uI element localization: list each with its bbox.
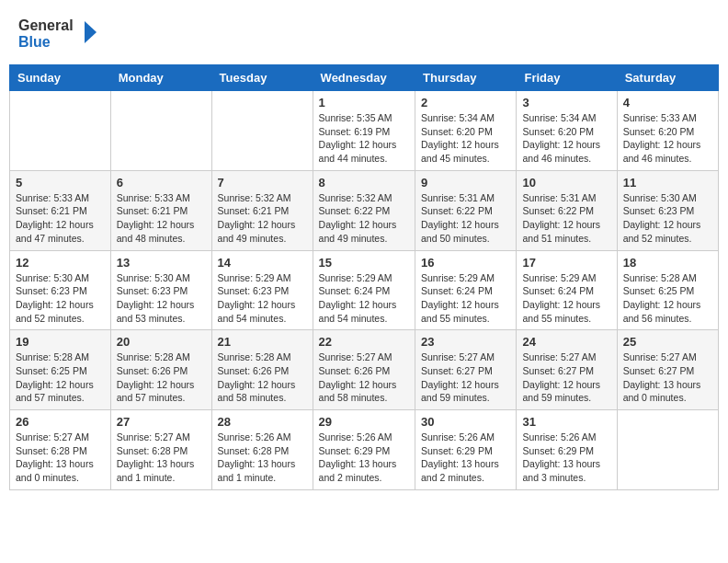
calendar-cell: 25Sunrise: 5:27 AMSunset: 6:27 PMDayligh… [617, 330, 718, 410]
weekday-header-thursday: Thursday [415, 65, 517, 91]
calendar-cell: 23Sunrise: 5:27 AMSunset: 6:27 PMDayligh… [415, 330, 517, 410]
day-number: 31 [522, 415, 610, 429]
day-number: 13 [117, 256, 206, 270]
day-number: 27 [117, 415, 206, 429]
day-number: 18 [623, 256, 712, 270]
day-number: 1 [319, 96, 409, 109]
day-number: 23 [421, 335, 510, 349]
day-number: 11 [623, 176, 712, 190]
day-number: 19 [16, 335, 105, 349]
day-info: Sunrise: 5:30 AMSunset: 6:23 PMDaylight:… [623, 191, 712, 246]
weekday-header-sunday: Sunday [10, 65, 111, 91]
day-number: 8 [319, 176, 409, 190]
logo-svg: GeneralBlue [18, 14, 101, 51]
svg-marker-2 [85, 21, 97, 43]
calendar-cell: 15Sunrise: 5:29 AMSunset: 6:24 PMDayligh… [313, 250, 415, 330]
calendar-cell: 28Sunrise: 5:26 AMSunset: 6:28 PMDayligh… [211, 410, 313, 490]
day-info: Sunrise: 5:31 AMSunset: 6:22 PMDaylight:… [421, 191, 510, 246]
calendar-table: SundayMondayTuesdayWednesdayThursdayFrid… [9, 64, 719, 490]
calendar-cell: 22Sunrise: 5:27 AMSunset: 6:26 PMDayligh… [313, 330, 415, 410]
day-info: Sunrise: 5:32 AMSunset: 6:22 PMDaylight:… [319, 191, 409, 246]
weekday-header-monday: Monday [110, 65, 211, 91]
calendar-cell [211, 91, 313, 171]
day-number: 6 [117, 176, 206, 190]
day-info: Sunrise: 5:33 AMSunset: 6:21 PMDaylight:… [117, 191, 206, 246]
weekday-header-friday: Friday [517, 65, 617, 91]
day-number: 9 [421, 176, 510, 190]
calendar-cell: 17Sunrise: 5:29 AMSunset: 6:24 PMDayligh… [517, 250, 617, 330]
weekday-header-row: SundayMondayTuesdayWednesdayThursdayFrid… [10, 65, 719, 91]
day-info: Sunrise: 5:33 AMSunset: 6:20 PMDaylight:… [623, 111, 712, 166]
day-number: 20 [117, 335, 206, 349]
day-number: 4 [623, 96, 712, 109]
day-info: Sunrise: 5:34 AMSunset: 6:20 PMDaylight:… [522, 111, 610, 166]
day-info: Sunrise: 5:26 AMSunset: 6:29 PMDaylight:… [421, 431, 510, 485]
day-number: 10 [522, 176, 610, 190]
day-info: Sunrise: 5:28 AMSunset: 6:25 PMDaylight:… [16, 350, 105, 405]
day-info: Sunrise: 5:32 AMSunset: 6:21 PMDaylight:… [218, 191, 307, 246]
calendar-cell: 18Sunrise: 5:28 AMSunset: 6:25 PMDayligh… [617, 250, 718, 330]
calendar-cell [617, 410, 718, 490]
page-header: GeneralBlue [9, 9, 719, 55]
calendar-week-row: 12Sunrise: 5:30 AMSunset: 6:23 PMDayligh… [10, 250, 719, 330]
weekday-header-wednesday: Wednesday [313, 65, 415, 91]
day-info: Sunrise: 5:30 AMSunset: 6:23 PMDaylight:… [117, 271, 206, 326]
calendar-cell: 10Sunrise: 5:31 AMSunset: 6:22 PMDayligh… [517, 170, 617, 250]
day-number: 12 [16, 256, 105, 270]
day-info: Sunrise: 5:26 AMSunset: 6:29 PMDaylight:… [522, 431, 610, 485]
calendar-cell: 27Sunrise: 5:27 AMSunset: 6:28 PMDayligh… [110, 410, 211, 490]
day-info: Sunrise: 5:27 AMSunset: 6:27 PMDaylight:… [623, 350, 712, 405]
day-number: 16 [421, 256, 510, 270]
day-info: Sunrise: 5:27 AMSunset: 6:27 PMDaylight:… [522, 350, 610, 405]
weekday-header-tuesday: Tuesday [211, 65, 313, 91]
calendar-cell: 16Sunrise: 5:29 AMSunset: 6:24 PMDayligh… [415, 250, 517, 330]
day-number: 24 [522, 335, 610, 349]
day-number: 14 [218, 256, 307, 270]
calendar-cell: 12Sunrise: 5:30 AMSunset: 6:23 PMDayligh… [10, 250, 111, 330]
calendar-week-row: 5Sunrise: 5:33 AMSunset: 6:21 PMDaylight… [10, 170, 719, 250]
calendar-cell: 24Sunrise: 5:27 AMSunset: 6:27 PMDayligh… [517, 330, 617, 410]
day-info: Sunrise: 5:29 AMSunset: 6:24 PMDaylight:… [421, 271, 510, 326]
calendar-cell: 31Sunrise: 5:26 AMSunset: 6:29 PMDayligh… [517, 410, 617, 490]
day-info: Sunrise: 5:28 AMSunset: 6:26 PMDaylight:… [117, 350, 206, 405]
day-info: Sunrise: 5:27 AMSunset: 6:28 PMDaylight:… [16, 431, 105, 485]
day-number: 5 [16, 176, 105, 190]
day-info: Sunrise: 5:29 AMSunset: 6:23 PMDaylight:… [218, 271, 307, 326]
calendar-cell: 30Sunrise: 5:26 AMSunset: 6:29 PMDayligh… [415, 410, 517, 490]
day-info: Sunrise: 5:26 AMSunset: 6:29 PMDaylight:… [319, 431, 409, 485]
calendar-cell: 1Sunrise: 5:35 AMSunset: 6:19 PMDaylight… [313, 91, 415, 171]
calendar-cell [110, 91, 211, 171]
day-number: 21 [218, 335, 307, 349]
day-number: 2 [421, 96, 510, 109]
calendar-cell: 20Sunrise: 5:28 AMSunset: 6:26 PMDayligh… [110, 330, 211, 410]
day-number: 26 [16, 415, 105, 429]
calendar-cell: 26Sunrise: 5:27 AMSunset: 6:28 PMDayligh… [10, 410, 111, 490]
day-info: Sunrise: 5:35 AMSunset: 6:19 PMDaylight:… [319, 111, 409, 166]
day-info: Sunrise: 5:27 AMSunset: 6:26 PMDaylight:… [319, 350, 409, 405]
day-info: Sunrise: 5:26 AMSunset: 6:28 PMDaylight:… [218, 431, 307, 485]
day-info: Sunrise: 5:28 AMSunset: 6:25 PMDaylight:… [623, 271, 712, 326]
calendar-cell: 4Sunrise: 5:33 AMSunset: 6:20 PMDaylight… [617, 91, 718, 171]
calendar-cell [10, 91, 111, 171]
day-info: Sunrise: 5:29 AMSunset: 6:24 PMDaylight:… [319, 271, 409, 326]
svg-text:General: General [18, 17, 74, 33]
day-info: Sunrise: 5:31 AMSunset: 6:22 PMDaylight:… [522, 191, 610, 246]
day-number: 28 [218, 415, 307, 429]
day-number: 7 [218, 176, 307, 190]
calendar-week-row: 26Sunrise: 5:27 AMSunset: 6:28 PMDayligh… [10, 410, 719, 490]
calendar-cell: 5Sunrise: 5:33 AMSunset: 6:21 PMDaylight… [10, 170, 111, 250]
day-info: Sunrise: 5:33 AMSunset: 6:21 PMDaylight:… [16, 191, 105, 246]
day-number: 30 [421, 415, 510, 429]
day-number: 15 [319, 256, 409, 270]
calendar-cell: 3Sunrise: 5:34 AMSunset: 6:20 PMDaylight… [517, 91, 617, 171]
calendar-week-row: 1Sunrise: 5:35 AMSunset: 6:19 PMDaylight… [10, 91, 719, 171]
calendar-cell: 11Sunrise: 5:30 AMSunset: 6:23 PMDayligh… [617, 170, 718, 250]
calendar-cell: 8Sunrise: 5:32 AMSunset: 6:22 PMDaylight… [313, 170, 415, 250]
day-info: Sunrise: 5:29 AMSunset: 6:24 PMDaylight:… [522, 271, 610, 326]
day-info: Sunrise: 5:30 AMSunset: 6:23 PMDaylight:… [16, 271, 105, 326]
day-info: Sunrise: 5:28 AMSunset: 6:26 PMDaylight:… [218, 350, 307, 405]
day-number: 29 [319, 415, 409, 429]
svg-text:Blue: Blue [18, 34, 51, 50]
calendar-cell: 9Sunrise: 5:31 AMSunset: 6:22 PMDaylight… [415, 170, 517, 250]
day-number: 3 [522, 96, 610, 109]
